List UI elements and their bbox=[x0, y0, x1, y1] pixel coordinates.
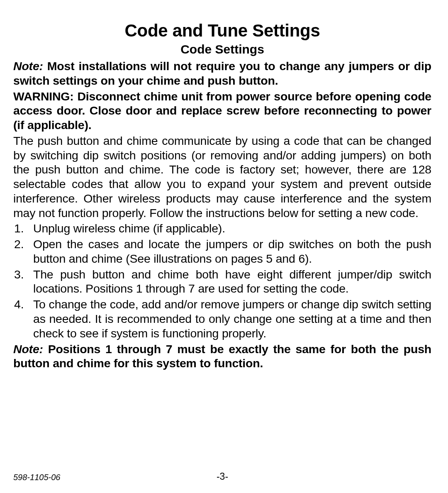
footer: 598-1105-06 -3- bbox=[13, 473, 431, 482]
page-title: Code and Tune Settings bbox=[13, 21, 431, 41]
note-paragraph-2: Note: Positions 1 through 7 must be exac… bbox=[13, 342, 431, 371]
warning-paragraph: WARNING: Disconnect chime unit from powe… bbox=[13, 89, 431, 132]
list-item: Open the cases and locate the jumpers or… bbox=[13, 237, 431, 266]
list-item: To change the code, add and/or remove ju… bbox=[13, 297, 431, 340]
list-item: The push button and chime both have eigh… bbox=[13, 267, 431, 296]
intro-paragraph: The push button and chime communicate by… bbox=[13, 134, 431, 220]
note-body: Most installations will not require you … bbox=[13, 59, 431, 87]
note-label: Note: bbox=[13, 59, 43, 73]
steps-list: Unplug wireless chime (if applicable). O… bbox=[13, 221, 431, 340]
note-label: Note: bbox=[13, 342, 43, 356]
note-paragraph-1: Note: Most installations will not requir… bbox=[13, 59, 431, 88]
page-number: -3- bbox=[217, 471, 228, 482]
note-body: Positions 1 through 7 must be exactly th… bbox=[13, 342, 431, 370]
document-number: 598-1105-06 bbox=[13, 473, 60, 482]
list-item: Unplug wireless chime (if applicable). bbox=[13, 221, 431, 236]
section-heading: Code Settings bbox=[13, 42, 431, 56]
document-page: Code and Tune Settings Code Settings Not… bbox=[0, 0, 448, 493]
